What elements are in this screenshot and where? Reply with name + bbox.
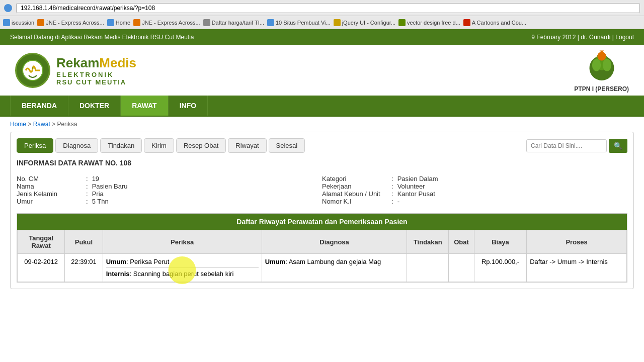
bookmark-icon xyxy=(37,19,44,26)
nav-info[interactable]: INFO xyxy=(169,96,208,116)
bookmark-label: iscussion xyxy=(12,20,34,26)
svg-point-6 xyxy=(597,52,606,61)
browser-bar xyxy=(0,0,644,16)
cell-obat xyxy=(449,254,474,282)
breadcrumb: Home > Rawat > Periksa xyxy=(0,117,644,132)
bookmark-icon xyxy=(107,19,114,26)
logo-elektronik: ELEKTRONIK xyxy=(56,71,136,78)
diagnosa-label: Umum xyxy=(265,258,285,265)
info-section: INFORMASI DATA RAWAT NO. 108 No. CM : 19… xyxy=(17,159,627,205)
svg-text:+: + xyxy=(32,66,34,70)
periksa-umum-label: Umum xyxy=(106,258,126,265)
bookmarks-bar: iscussion JNE - Express Across... Home J… xyxy=(0,16,644,29)
cell-tanggal: 09-02-2012 xyxy=(18,254,65,282)
bookmark-icon xyxy=(398,19,406,26)
value-umur: 5 Thn xyxy=(92,198,109,205)
tab-riwayat[interactable]: Riwayat xyxy=(228,138,266,153)
info-row-nomor-ki: Nomor K.I : - xyxy=(322,198,627,205)
bookmark-icon xyxy=(3,19,10,26)
th-tanggal-rawat: TanggalRawat xyxy=(18,230,65,254)
th-diagnosa: Diagnosa xyxy=(262,230,407,254)
bookmark-icon xyxy=(133,19,140,26)
cell-pukul: 22:39:01 xyxy=(65,254,103,282)
th-biaya: Biaya xyxy=(474,230,527,254)
th-obat: Obat xyxy=(449,230,474,254)
colon-umur: : xyxy=(86,198,88,205)
nav-rawat[interactable]: RAWAT xyxy=(121,96,169,116)
cell-biaya: Rp.100.000,- xyxy=(474,254,527,282)
cell-tindakan xyxy=(407,254,449,282)
th-periksa: Periksa xyxy=(103,230,262,254)
search-input[interactable] xyxy=(526,139,607,152)
highlight-circle xyxy=(169,256,196,284)
th-pukul: Pukul xyxy=(65,230,103,254)
label-umur: Umur xyxy=(17,198,82,205)
search-button[interactable]: 🔍 xyxy=(609,139,627,153)
logo-area: + RekamMedis ELEKTRONIK RSU CUT MEUTIA xyxy=(15,53,136,88)
search-box: 🔍 xyxy=(526,139,627,153)
bookmark-jquery[interactable]: jQuery UI - Configur... xyxy=(334,19,395,26)
right-logo-area: PTPN I (PERSERO) xyxy=(574,48,629,93)
nav-beranda[interactable]: BERANDA xyxy=(10,96,68,116)
breadcrumb-home[interactable]: Home xyxy=(10,121,26,128)
colon-nomor-ki: : xyxy=(391,198,393,205)
bookmark-label: JNE - Express Across... xyxy=(142,20,200,26)
value-jenis-kelamin: Pria xyxy=(92,190,104,198)
tab-selesai[interactable]: Selesai xyxy=(269,138,305,153)
bookmark-icon xyxy=(203,19,210,26)
search-icon: 🔍 xyxy=(614,142,622,150)
tab-tindakan[interactable]: Tindakan xyxy=(100,138,142,153)
value-kategori: Pasien Dalam xyxy=(397,175,438,183)
label-alamat: Alamat Kebun / Unit xyxy=(322,190,387,198)
tab-diagnosa[interactable]: Diagnosa xyxy=(55,138,98,153)
tab-periksa[interactable]: Periksa xyxy=(17,138,53,153)
bookmark-home[interactable]: Home xyxy=(107,19,130,26)
logo-medis: Medis xyxy=(99,55,136,70)
tabs-left: Periksa Diagnosa Tindakan Kirim Resep Ob… xyxy=(17,138,305,153)
breadcrumb-rawat[interactable]: Rawat xyxy=(33,121,50,128)
colon-alamat: : xyxy=(391,190,393,198)
info-row-no-cm: No. CM : 19 xyxy=(17,175,322,183)
th-tindakan: Tindakan xyxy=(407,230,449,254)
bookmark-label: JNE - Express Across... xyxy=(46,20,104,26)
bookmark-cartoons[interactable]: A Cartoons and Cou... xyxy=(463,19,526,26)
info-row-pekerjaan: Pekerjaan : Volunteer xyxy=(322,183,627,190)
label-jenis-kelamin: Jenis Kelamin xyxy=(17,190,82,198)
info-row-alamat: Alamat Kebun / Unit : Kantor Pusat xyxy=(322,190,627,198)
value-nomor-ki: - xyxy=(397,198,399,205)
cell-proses: Daftar -> Umum -> Internis xyxy=(527,254,627,282)
periksa-umum-value: Periksa Perut xyxy=(130,258,169,265)
info-left: No. CM : 19 Nama : Pasien Baru Jenis Kel… xyxy=(17,175,322,205)
url-bar[interactable] xyxy=(16,3,640,13)
bookmark-daftar[interactable]: Daftar harga/tarif TI... xyxy=(203,19,264,26)
colon-jenis-kelamin: : xyxy=(86,190,88,198)
tab-resep-obat[interactable]: Resep Obat xyxy=(176,138,226,153)
value-nama: Pasien Baru xyxy=(92,183,128,190)
breadcrumb-sep1: > xyxy=(28,121,33,128)
table-wrapper: Daftar Riwayat Perawatan dan Pemeriksaan… xyxy=(17,213,627,283)
info-grid: No. CM : 19 Nama : Pasien Baru Jenis Kel… xyxy=(17,175,627,205)
cell-periksa: Umum: Periksa Perut Internis: Scanning b… xyxy=(103,254,262,282)
info-row-jenis-kelamin: Jenis Kelamin : Pria xyxy=(17,190,322,198)
logo-rsu: RSU CUT MEUTIA xyxy=(56,78,136,86)
table-row: 09-02-2012 22:39:01 Umum: Periksa Perut … xyxy=(18,254,627,282)
info-row-umur: Umur : 5 Thn xyxy=(17,198,322,205)
value-alamat: Kantor Pusat xyxy=(397,190,435,198)
colon-kategori: : xyxy=(391,175,393,183)
tab-kirim[interactable]: Kirim xyxy=(144,138,174,153)
data-table: TanggalRawat Pukul Periksa Diagnosa Tind… xyxy=(17,230,627,282)
bookmark-jne1[interactable]: JNE - Express Across... xyxy=(37,19,104,26)
nav-dokter[interactable]: DOKTER xyxy=(68,96,121,116)
bookmark-label: 10 Situs Pembuat Vi... xyxy=(276,20,331,26)
svg-point-5 xyxy=(602,59,611,71)
main-header: + RekamMedis ELEKTRONIK RSU CUT MEUTIA P… xyxy=(0,45,644,96)
info-row-nama: Nama : Pasien Baru xyxy=(17,183,322,190)
diagnosa-value: Asam Lambung dan gejala Mag xyxy=(289,258,381,265)
label-nama: Nama xyxy=(17,183,82,190)
bookmark-label: jQuery UI - Configur... xyxy=(342,20,395,26)
bookmark-vector[interactable]: vector design free d... xyxy=(398,19,460,26)
th-proses: Proses xyxy=(527,230,627,254)
bookmark-10situs[interactable]: 10 Situs Pembuat Vi... xyxy=(267,19,331,26)
bookmark-jne2[interactable]: JNE - Express Across... xyxy=(133,19,200,26)
bookmark-discussion[interactable]: iscussion xyxy=(3,19,34,26)
